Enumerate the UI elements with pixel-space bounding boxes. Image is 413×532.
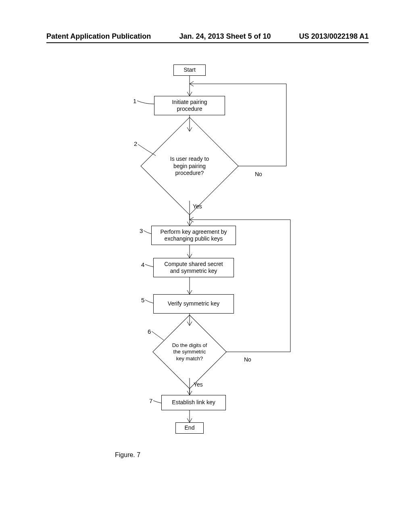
connectors <box>24 60 389 463</box>
header-right: US 2013/0022198 A1 <box>299 32 369 41</box>
flowchart-stage: Start Initiate pairing procedure Is user… <box>24 60 389 463</box>
figure-label: Figure. 7 <box>115 451 140 459</box>
header-left: Patent Application Publication <box>46 32 151 41</box>
header-center: Jan. 24, 2013 Sheet 5 of 10 <box>179 32 271 41</box>
page-header: Patent Application Publication Jan. 24, … <box>46 32 369 43</box>
